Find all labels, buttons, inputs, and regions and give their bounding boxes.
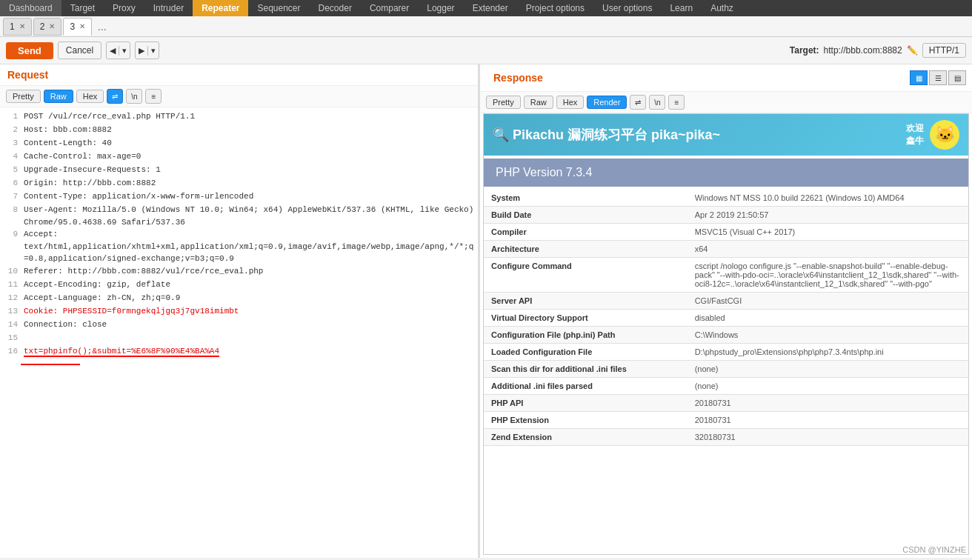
main-content: Request Pretty Raw Hex ⇌ \n ≡ 1POST /vul… <box>0 64 972 558</box>
line-number: 13 <box>3 305 18 319</box>
request-wrap-icon[interactable]: ⇌ <box>107 89 123 104</box>
table-value: (none) <box>688 378 968 395</box>
request-pretty-btn[interactable]: Pretty <box>6 90 41 103</box>
tab-2[interactable]: 2 ✕ <box>33 18 62 36</box>
response-header-row: Response ▦ ☰ ▤ <box>480 64 972 91</box>
table-key: Zend Extension <box>484 429 688 446</box>
menu-target[interactable]: Target <box>61 0 104 16</box>
response-format-bar: Pretty Raw Hex Render ⇌ \n ≡ <box>480 91 972 113</box>
edit-icon[interactable]: ✏️ <box>907 45 918 56</box>
table-key: PHP Extension <box>484 412 688 429</box>
pikachu-title: 🔍 Pikachu 漏洞练习平台 pika~pika~ <box>493 126 720 144</box>
arrow-row <box>0 359 478 371</box>
line-content: Accept-Encoding: gzip, deflate <box>24 279 170 292</box>
request-newline-icon[interactable]: \n <box>126 89 142 104</box>
toolbar: Send Cancel ◀ ▾ ▶ ▾ Target: http://bbb.c… <box>0 37 972 64</box>
response-hex-btn[interactable]: Hex <box>556 96 585 109</box>
send-button[interactable]: Send <box>6 42 53 59</box>
menu-user-options[interactable]: User options <box>593 0 661 16</box>
table-row: Loaded Configuration FileD:\phpstudy_pro… <box>484 344 968 361</box>
menu-intruder[interactable]: Intruder <box>144 0 193 16</box>
response-render-btn[interactable]: Render <box>587 96 627 109</box>
table-key: Configuration File (php.ini) Path <box>484 327 688 344</box>
table-row: Scan this dir for additional .ini files(… <box>484 361 968 378</box>
response-title: Response <box>486 67 550 88</box>
menu-proxy[interactable]: Proxy <box>104 0 144 16</box>
target-label: Target: <box>790 45 819 56</box>
request-line: 11Accept-Encoding: gzip, deflate <box>0 279 478 292</box>
table-key: Server API <box>484 293 688 310</box>
menu-learn[interactable]: Learn <box>661 0 702 16</box>
request-hex-btn[interactable]: Hex <box>76 90 104 103</box>
line-content: Cookie: PHPSESSID=f0rmngekqljgq3j7gv18im… <box>24 305 239 319</box>
table-key: System <box>484 190 688 207</box>
request-more-icon[interactable]: ≡ <box>145 89 162 104</box>
menu-comparer[interactable]: Comparer <box>361 0 418 16</box>
response-wrap-icon[interactable]: ⇌ <box>630 95 646 110</box>
table-row: Architecturex64 <box>484 241 968 258</box>
view-list-icon[interactable]: ☰ <box>929 70 947 85</box>
request-format-bar: Pretty Raw Hex ⇌ \n ≡ <box>0 85 478 107</box>
tab-1[interactable]: 1 ✕ <box>3 18 32 36</box>
table-value: 20180731 <box>688 395 968 412</box>
tab-3[interactable]: 3 ✕ <box>63 18 92 36</box>
table-key: Loaded Configuration File <box>484 344 688 361</box>
pikachu-welcome-text: 欢迎 鑫牛 <box>906 122 924 147</box>
request-line: 2Host: bbb.com:8882 <box>0 124 478 137</box>
request-line: 12Accept-Language: zh-CN, zh;q=0.9 <box>0 292 478 305</box>
http-version[interactable]: HTTP/1 <box>922 43 966 58</box>
response-raw-btn[interactable]: Raw <box>524 96 553 109</box>
menu-logger[interactable]: Logger <box>418 0 463 16</box>
table-value: (none) <box>688 361 968 378</box>
request-raw-btn[interactable]: Raw <box>44 90 73 103</box>
response-newline-icon[interactable]: \n <box>649 95 665 110</box>
table-row: Zend Extension320180731 <box>484 429 968 446</box>
cancel-button[interactable]: Cancel <box>58 41 101 59</box>
table-key: Virtual Directory Support <box>484 310 688 327</box>
line-content: POST /vul/rce/rce_eval.php HTTP/1.1 <box>24 110 195 124</box>
nav-forward-btn[interactable]: ▶ ▾ <box>135 41 159 59</box>
menu-dashboard[interactable]: Dashboard <box>0 0 61 16</box>
line-number: 1 <box>3 110 18 124</box>
table-value: Apr 2 2019 21:50:57 <box>688 207 968 224</box>
menu-authz[interactable]: Authz <box>702 0 742 16</box>
nav-forward-dropdown[interactable]: ▾ <box>148 46 159 56</box>
view-grid-icon[interactable]: ▦ <box>910 70 928 85</box>
tab-3-close[interactable]: ✕ <box>79 22 85 30</box>
nav-back-dropdown[interactable]: ▾ <box>119 46 130 56</box>
tab-3-label: 3 <box>70 21 75 32</box>
response-content: 🔍 Pikachu 漏洞练习平台 pika~pika~ 欢迎 鑫牛 🐱 PHP … <box>483 113 969 555</box>
view-detail-icon[interactable]: ▤ <box>948 70 966 85</box>
table-row: PHP Extension20180731 <box>484 412 968 429</box>
request-line: 10Referer: http://bbb.com:8882/vul/rce/r… <box>0 265 478 279</box>
table-row: Configure Commandcscript /nologo configu… <box>484 258 968 293</box>
response-pretty-btn[interactable]: Pretty <box>486 96 521 109</box>
line-content: Content-Length: 40 <box>24 137 112 150</box>
menu-decoder[interactable]: Decoder <box>310 0 361 16</box>
line-content: Origin: http://bbb.com:8882 <box>24 177 156 190</box>
table-value: 320180731 <box>688 429 968 446</box>
php-version-banner: PHP Version 7.3.4 <box>484 159 968 187</box>
response-more-icon[interactable]: ≡ <box>668 95 685 110</box>
table-row: Server APICGI/FastCGI <box>484 293 968 310</box>
menu-sequencer[interactable]: Sequencer <box>248 0 309 16</box>
table-row: CompilerMSVC15 (Visual C++ 2017) <box>484 224 968 241</box>
menu-project-options[interactable]: Project options <box>517 0 593 16</box>
line-content: Accept-Language: zh-CN, zh;q=0.9 <box>24 292 180 305</box>
request-line: 14Connection: close <box>0 319 478 332</box>
table-key: Scan this dir for additional .ini files <box>484 361 688 378</box>
tab-1-close[interactable]: ✕ <box>19 22 25 30</box>
nav-back-btn[interactable]: ◀ ▾ <box>106 41 130 59</box>
table-row: PHP API20180731 <box>484 395 968 412</box>
menu-repeater[interactable]: Repeater <box>193 0 248 16</box>
tab-2-close[interactable]: ✕ <box>49 22 55 30</box>
tab-more[interactable]: ... <box>93 21 111 33</box>
table-key: Compiler <box>484 224 688 241</box>
table-value: D:\phpstudy_pro\Extensions\php\php7.3.4n… <box>688 344 968 361</box>
table-row: Additional .ini files parsed(none) <box>484 378 968 395</box>
request-code-area[interactable]: 1POST /vul/rce/rce_eval.php HTTP/1.12Hos… <box>0 107 478 558</box>
menu-extender[interactable]: Extender <box>464 0 517 16</box>
line-number: 8 <box>3 204 18 228</box>
line-number: 7 <box>3 190 18 204</box>
request-line: 1POST /vul/rce/rce_eval.php HTTP/1.1 <box>0 110 478 124</box>
